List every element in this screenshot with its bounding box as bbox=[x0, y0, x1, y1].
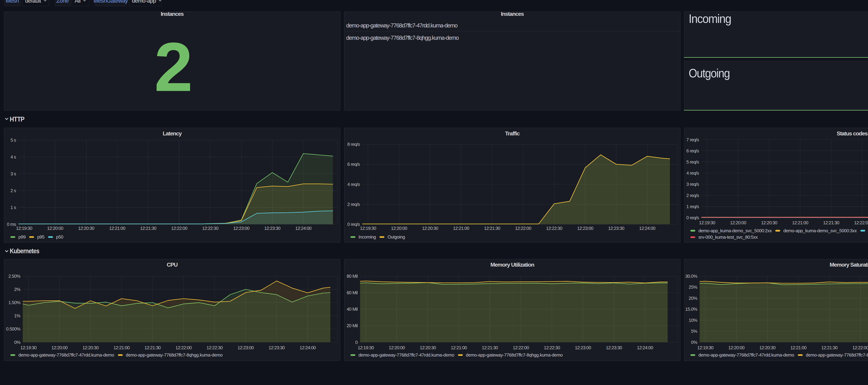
svg-text:12:19:30: 12:19:30 bbox=[699, 220, 715, 225]
svg-text:2: 2 bbox=[154, 28, 191, 106]
svg-text:12:22:00: 12:22:00 bbox=[171, 226, 187, 231]
svg-text:2.50%: 2.50% bbox=[8, 274, 20, 279]
svg-text:2 s: 2 s bbox=[10, 188, 16, 193]
svg-text:12:20:00: 12:20:00 bbox=[391, 226, 407, 231]
svg-text:12:23:30: 12:23:30 bbox=[269, 345, 285, 350]
svg-text:12:22:00: 12:22:00 bbox=[854, 220, 868, 225]
svg-text:12:22:00: 12:22:00 bbox=[515, 226, 531, 231]
svg-text:1.50%: 1.50% bbox=[8, 300, 20, 305]
svg-text:HTTP: HTTP bbox=[10, 116, 25, 123]
svg-text:7 req/s: 7 req/s bbox=[686, 137, 699, 142]
svg-text:12:21:30: 12:21:30 bbox=[482, 345, 498, 350]
svg-text:12:24:00: 12:24:00 bbox=[295, 226, 311, 231]
svg-text:2 req/s: 2 req/s bbox=[347, 202, 360, 207]
svg-text:12:23:00: 12:23:00 bbox=[577, 226, 593, 231]
svg-text:6 req/s: 6 req/s bbox=[686, 148, 699, 154]
svg-text:5 s: 5 s bbox=[10, 137, 16, 143]
svg-text:12:21:30: 12:21:30 bbox=[145, 345, 161, 350]
svg-text:12:22:30: 12:22:30 bbox=[202, 226, 218, 231]
svg-text:12:20:30: 12:20:30 bbox=[422, 226, 438, 231]
svg-text:12:19:30: 12:19:30 bbox=[698, 345, 713, 350]
svg-text:12:20:00: 12:20:00 bbox=[389, 345, 405, 350]
svg-text:12:20:00: 12:20:00 bbox=[730, 220, 746, 225]
svg-text:12:20:30: 12:20:30 bbox=[83, 345, 99, 350]
svg-text:8 req/s: 8 req/s bbox=[347, 142, 360, 147]
svg-text:0 req/s: 0 req/s bbox=[686, 215, 699, 220]
svg-text:12:21:30: 12:21:30 bbox=[140, 226, 156, 231]
svg-text:12:22:30: 12:22:30 bbox=[207, 345, 223, 350]
svg-text:12:24:00: 12:24:00 bbox=[300, 345, 316, 350]
svg-text:5 req/s: 5 req/s bbox=[686, 159, 699, 165]
svg-text:12:20:00: 12:20:00 bbox=[51, 345, 67, 350]
svg-text:12:19:30: 12:19:30 bbox=[16, 226, 32, 231]
svg-text:12:21:30: 12:21:30 bbox=[484, 226, 500, 231]
svg-text:12:22:00: 12:22:00 bbox=[176, 345, 192, 350]
svg-text:12:21:30: 12:21:30 bbox=[823, 220, 839, 225]
svg-text:30.0%: 30.0% bbox=[685, 274, 697, 279]
svg-text:Incoming: Incoming bbox=[689, 12, 731, 26]
svg-text:40 Mil: 40 Mil bbox=[347, 307, 358, 312]
svg-text:12:21:00: 12:21:00 bbox=[109, 226, 125, 231]
svg-text:12:20:00: 12:20:00 bbox=[728, 345, 744, 350]
svg-text:12:22:30: 12:22:30 bbox=[544, 345, 560, 350]
svg-text:0.500%: 0.500% bbox=[6, 326, 21, 331]
svg-text:0: 0 bbox=[355, 340, 358, 345]
svg-text:0%: 0% bbox=[691, 340, 698, 345]
svg-text:12:20:30: 12:20:30 bbox=[759, 345, 775, 350]
svg-text:20%: 20% bbox=[689, 296, 698, 301]
svg-text:12:23:00: 12:23:00 bbox=[575, 345, 591, 350]
svg-text:12:23:00: 12:23:00 bbox=[233, 226, 249, 231]
svg-text:2 req/s: 2 req/s bbox=[686, 193, 699, 198]
svg-text:1 req/s: 1 req/s bbox=[686, 204, 699, 209]
svg-text:12:19:30: 12:19:30 bbox=[360, 226, 376, 231]
svg-text:Outgoing: Outgoing bbox=[689, 66, 730, 80]
svg-text:Kubernetes: Kubernetes bbox=[10, 248, 39, 255]
svg-text:12:21:00: 12:21:00 bbox=[114, 345, 130, 350]
svg-text:20 Mil: 20 Mil bbox=[347, 323, 358, 328]
svg-text:12:24:00: 12:24:00 bbox=[639, 226, 655, 231]
svg-text:3 req/s: 3 req/s bbox=[686, 182, 699, 187]
svg-text:1%: 1% bbox=[14, 313, 21, 318]
svg-text:2%: 2% bbox=[14, 287, 21, 292]
svg-text:1 s: 1 s bbox=[10, 205, 16, 210]
svg-text:12:22:00: 12:22:00 bbox=[852, 345, 868, 350]
svg-text:12:23:00: 12:23:00 bbox=[238, 345, 254, 350]
svg-text:4 req/s: 4 req/s bbox=[347, 182, 360, 187]
svg-text:80 Mil: 80 Mil bbox=[347, 274, 358, 279]
svg-text:12:23:30: 12:23:30 bbox=[264, 226, 280, 231]
svg-text:12:21:00: 12:21:00 bbox=[451, 345, 467, 350]
svg-text:4 s: 4 s bbox=[10, 154, 16, 160]
svg-text:12:20:30: 12:20:30 bbox=[761, 220, 777, 225]
svg-text:5%: 5% bbox=[691, 329, 698, 334]
svg-text:12:20:30: 12:20:30 bbox=[420, 345, 436, 350]
svg-text:12:23:30: 12:23:30 bbox=[608, 226, 624, 231]
svg-text:12:19:30: 12:19:30 bbox=[358, 345, 374, 350]
svg-text:12:20:00: 12:20:00 bbox=[47, 226, 63, 231]
svg-text:12:21:00: 12:21:00 bbox=[453, 226, 469, 231]
svg-text:12:21:30: 12:21:30 bbox=[821, 345, 837, 350]
svg-text:0 req/s: 0 req/s bbox=[347, 222, 360, 227]
svg-text:12:21:00: 12:21:00 bbox=[790, 345, 807, 350]
svg-text:12:20:30: 12:20:30 bbox=[78, 226, 94, 231]
svg-text:0%: 0% bbox=[14, 340, 21, 345]
svg-text:12:22:00: 12:22:00 bbox=[513, 345, 529, 350]
svg-text:25%: 25% bbox=[689, 285, 698, 290]
svg-text:15.0%: 15.0% bbox=[685, 307, 697, 312]
svg-text:12:23:30: 12:23:30 bbox=[606, 345, 622, 350]
svg-text:6 req/s: 6 req/s bbox=[347, 162, 360, 167]
svg-text:10%: 10% bbox=[689, 318, 698, 323]
svg-text:4 req/s: 4 req/s bbox=[686, 170, 699, 176]
svg-text:12:22:30: 12:22:30 bbox=[546, 226, 562, 231]
svg-text:60 Mil: 60 Mil bbox=[347, 290, 358, 295]
svg-text:0 ms: 0 ms bbox=[7, 222, 16, 227]
svg-text:3 s: 3 s bbox=[10, 171, 16, 177]
svg-text:12:19:30: 12:19:30 bbox=[21, 345, 37, 350]
svg-text:12:24:00: 12:24:00 bbox=[637, 345, 653, 350]
svg-text:12:21:00: 12:21:00 bbox=[792, 220, 808, 225]
